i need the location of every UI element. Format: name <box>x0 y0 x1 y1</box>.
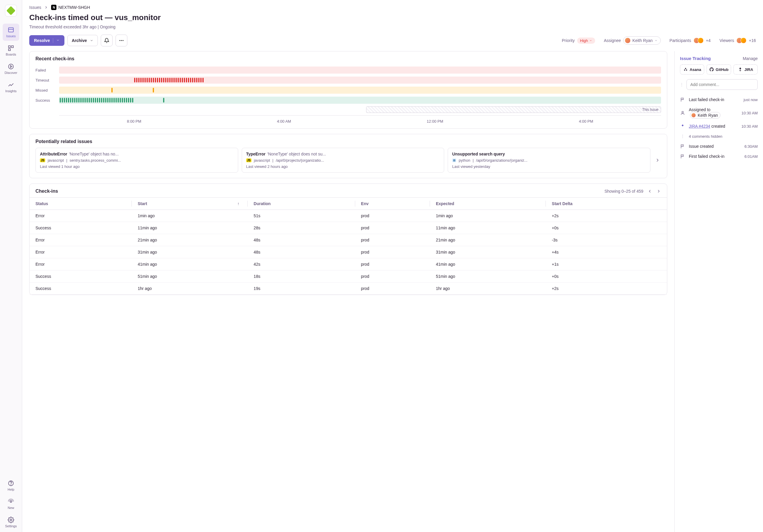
issue-tracking-panel: Issue Tracking Manage AsanaGitHubJIRA ⋮ … <box>674 51 763 532</box>
table-row[interactable]: Error1min ago51sprod1min ago+2s <box>30 210 667 222</box>
nav-insights[interactable]: Insights <box>3 79 19 96</box>
chart-row-label: Failed <box>36 68 59 72</box>
nav-boards[interactable]: Boards <box>3 42 19 59</box>
integration-asana[interactable]: Asana <box>680 64 704 74</box>
svg-point-10 <box>10 519 12 521</box>
column-expected[interactable]: Expected <box>430 198 546 210</box>
panel-title: Issue Tracking <box>680 56 711 61</box>
chart-row-label: Missed <box>36 88 59 92</box>
svg-point-11 <box>119 40 120 41</box>
svg-point-9 <box>10 501 12 502</box>
timeline-item: Issue created6:30AM <box>680 141 758 151</box>
participants-meta[interactable]: Participants +4 <box>670 38 711 44</box>
chart-row-label: Timeout <box>36 78 59 82</box>
svg-point-12 <box>121 40 122 41</box>
nav-new[interactable]: New <box>3 495 19 512</box>
nav-help[interactable]: Help <box>3 477 19 494</box>
flag-icon <box>680 97 685 102</box>
manage-link[interactable]: Manage <box>743 56 758 61</box>
breadcrumb-project[interactable]: N NEXTMW-SHGH <box>51 5 90 10</box>
column-status[interactable]: Status <box>30 198 132 210</box>
chevron-down-icon <box>90 39 93 42</box>
bell-icon <box>104 38 109 43</box>
user-icon <box>680 111 685 115</box>
timeline-item: First failed check-in6:01AM <box>680 151 758 161</box>
table-row[interactable]: Success11min ago28sprod11min ago+0s <box>30 222 667 234</box>
timeline-item: JIRA #4234 created10:30 AM <box>680 121 758 131</box>
page-subtitle: Timeout threshold exceeded 3hr ago | Ong… <box>29 25 756 29</box>
assignee-meta[interactable]: Assignee Keith Ryan <box>604 36 661 45</box>
related-issue-card[interactable]: Unsupported search query ⊞ python | /api… <box>448 148 650 172</box>
svg-point-13 <box>123 40 124 41</box>
card-title: Recent check-ins <box>30 52 667 65</box>
this-issue-range: This Issue <box>366 106 661 113</box>
nav-issues[interactable]: Issues <box>3 24 19 41</box>
chart-track-timeout <box>59 76 661 84</box>
svg-marker-6 <box>10 65 12 67</box>
related-issue-card[interactable]: TypeError 'NoneType' object does not su.… <box>242 148 444 172</box>
axis-label: 4:00 AM <box>277 119 291 124</box>
related-next-button[interactable] <box>654 148 661 172</box>
integration-github[interactable]: GitHub <box>707 64 731 74</box>
breadcrumb: Issues N NEXTMW-SHGH <box>29 5 756 10</box>
project-icon: N <box>51 5 56 10</box>
column-start-delta[interactable]: Start Delta <box>546 198 667 210</box>
resolve-dropdown[interactable] <box>53 38 60 43</box>
archive-button[interactable]: Archive <box>67 35 98 46</box>
axis-label: 4:00 PM <box>579 119 593 124</box>
dots-icon: ⋮ <box>680 134 685 139</box>
viewers-meta[interactable]: Viewers +16 <box>719 38 756 44</box>
svg-point-5 <box>9 64 14 69</box>
table-row[interactable]: Error21min ago48sprod21min ago-3s <box>30 234 667 246</box>
resolve-button[interactable]: Resolve <box>29 35 64 46</box>
sort-asc-icon: ↑ <box>237 201 239 206</box>
svg-point-8 <box>11 484 11 485</box>
flag-icon <box>680 154 685 159</box>
related-issue-card[interactable]: AttributeError 'NoneType' object has no.… <box>36 148 238 172</box>
drag-handle-icon[interactable]: ⋮ <box>680 82 684 87</box>
svg-rect-2 <box>9 46 10 48</box>
priority-badge[interactable]: High <box>577 38 595 44</box>
pager-prev-button[interactable] <box>647 189 652 194</box>
svg-point-17 <box>682 111 683 113</box>
related-issues-card: Potentially related issues AttributeErro… <box>29 134 667 178</box>
chart-track-failed <box>59 66 661 73</box>
notifications-button[interactable] <box>101 35 113 47</box>
nav-settings[interactable]: Settings <box>3 514 19 531</box>
recent-checkins-card: Recent check-ins FailedTimeoutMissedSucc… <box>29 51 667 129</box>
chart-track-missed <box>59 87 661 94</box>
assignee-chip[interactable]: Keith Ryan <box>690 112 720 119</box>
checkins-table-card: Check-ins Showing 0–25 of 459 StatusStar… <box>29 183 667 295</box>
column-env[interactable]: Env <box>355 198 430 210</box>
chart-row-label: Success <box>36 98 59 103</box>
table-row[interactable]: Success1hr ago19sprod1hr ago+2s <box>30 282 667 295</box>
table-row[interactable]: Error41min ago42sprod41min ago+1s <box>30 258 667 270</box>
svg-rect-3 <box>12 46 13 48</box>
svg-point-15 <box>684 69 685 71</box>
integration-jira[interactable]: JIRA <box>733 64 758 74</box>
nav-discover[interactable]: Discover <box>3 60 19 77</box>
column-start[interactable]: Start↑ <box>132 198 248 210</box>
pager-next-button[interactable] <box>656 189 661 194</box>
jira-link[interactable]: JIRA #4234 <box>689 124 710 129</box>
breadcrumb-root[interactable]: Issues <box>29 5 41 10</box>
column-duration[interactable]: Duration <box>248 198 355 210</box>
chart-track-success <box>59 97 661 104</box>
assignee-pill[interactable]: Keith Ryan <box>623 36 660 45</box>
page-header: Issues N NEXTMW-SHGH Check-ins timed out… <box>22 0 763 51</box>
priority-meta[interactable]: Priority High <box>562 38 595 44</box>
app-logo[interactable] <box>5 5 17 17</box>
timeline-item: Last failed check-injust now <box>680 95 758 105</box>
comment-input[interactable] <box>687 79 758 90</box>
svg-rect-4 <box>9 49 10 51</box>
card-title: Potentially related issues <box>30 134 667 148</box>
sidebar-nav: IssuesBoardsDiscoverInsights HelpNewSett… <box>0 0 22 532</box>
card-title: Check-ins <box>36 188 58 194</box>
table-row[interactable]: Error31min ago48sprod31min ago+4s <box>30 246 667 258</box>
more-horizontal-icon <box>119 38 124 43</box>
chevron-right-icon <box>44 5 48 9</box>
more-actions-button[interactable] <box>116 35 127 47</box>
jira-icon <box>680 124 685 129</box>
table-row[interactable]: Success51min ago18sprod51min ago+0s <box>30 270 667 282</box>
timeline-item[interactable]: ⋮4 comments hidden <box>680 131 758 141</box>
